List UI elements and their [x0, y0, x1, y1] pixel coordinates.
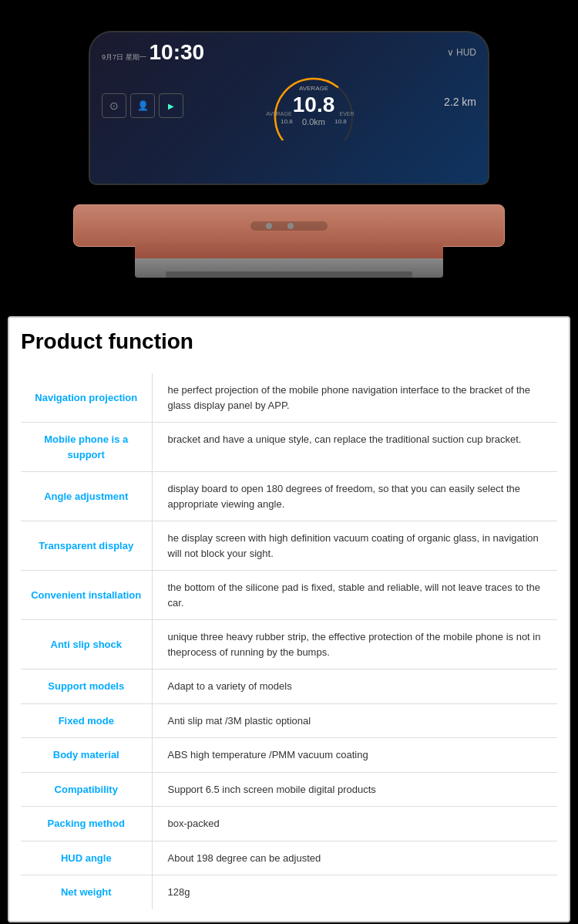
device-stand-bottom — [135, 258, 443, 278]
table-row: Anti slip shockunique three heavy rubber… — [21, 620, 557, 669]
speed-value: 10.8 — [293, 93, 335, 117]
hud-speedometer: AVERAGE 10.8 10.8 AVERAGE EVER 10.8 0.0k… — [199, 71, 428, 140]
row-value: the bottom of the silicone pad is fixed,… — [152, 571, 557, 620]
svg-text:EVER: EVER — [339, 111, 354, 116]
row-label: Transparent display — [21, 521, 152, 571]
hud-time: 10:30 — [150, 40, 205, 65]
table-row: Support modelsAdapt to a variety of mode… — [21, 669, 557, 704]
hud-date: 9月7日 星期一 — [102, 53, 146, 62]
row-value: Support 6.5 inch screen mobile digital p… — [152, 772, 557, 807]
row-value: he display screen with high definition v… — [152, 521, 557, 571]
row-label: Net weight — [21, 875, 152, 909]
distance-label: 2.2 km — [444, 96, 476, 108]
table-row: CompatibilitySupport 6.5 inch screen mob… — [21, 772, 557, 807]
hud-label: ∨ HUD — [447, 47, 476, 58]
table-row: Fixed modeAnti slip mat /3M plastic opti… — [21, 703, 557, 738]
hud-icons: ⊙ 👤 ▶ — [102, 93, 183, 118]
hud-screen: 9月7日 星期一 10:30 ∨ HUD ⊙ 👤 — [89, 31, 489, 185]
row-label: Anti slip shock — [21, 620, 152, 669]
row-label: Compatibility — [21, 772, 152, 807]
row-value: display board to open 180 degrees of fre… — [152, 472, 557, 521]
row-value: he perfect projection of the mobile phon… — [152, 373, 557, 423]
row-label: Body material — [21, 738, 152, 773]
row-label: Fixed mode — [21, 703, 152, 738]
hud-icon-camera: ⊙ — [102, 93, 126, 118]
device-stand-top — [135, 243, 443, 258]
row-label: Support models — [21, 669, 152, 704]
row-value: bracket and have a unique style, can rep… — [152, 423, 557, 472]
table-row: Net weight128g — [21, 875, 557, 909]
device-dot-1 — [266, 223, 272, 229]
svg-text:10.8: 10.8 — [334, 118, 347, 125]
product-title: Product function — [21, 329, 557, 362]
svg-text:10.8: 10.8 — [281, 118, 293, 125]
table-row: Convenient installationthe bottom of the… — [21, 571, 557, 620]
row-label: HUD angle — [21, 841, 152, 875]
device-main-body — [73, 204, 505, 247]
row-label: Navigation projection — [21, 373, 152, 423]
row-value: ABS high temperature /PMM vacuum coating — [152, 738, 557, 773]
hud-device: 9月7日 星期一 10:30 ∨ HUD ⊙ 👤 — [66, 31, 512, 278]
row-value: Anti slip mat /3M plastic optional — [152, 703, 557, 738]
row-value: unique three heavy rubber strip, the eff… — [152, 620, 557, 669]
table-row: HUD angleAbout 198 degree can be adjuste… — [21, 841, 557, 875]
table-row: Mobile phone is a supportbracket and hav… — [21, 423, 557, 472]
row-label: Convenient installation — [21, 571, 152, 620]
device-body — [73, 177, 505, 278]
product-section: Product function Navigation projectionhe… — [8, 316, 570, 922]
odometer: 0.0km — [302, 117, 325, 126]
product-table: Navigation projectionhe perfect projecti… — [21, 373, 557, 909]
table-row: Packing methodbox-packed — [21, 807, 557, 841]
row-value: box-packed — [152, 807, 557, 841]
table-row: Transparent displayhe display screen wit… — [21, 521, 557, 571]
row-label: Packing method — [21, 807, 152, 841]
device-dot-2 — [287, 223, 294, 229]
row-label: Angle adjustment — [21, 472, 152, 521]
device-stand — [135, 243, 443, 278]
hud-icon-nav: ▶ — [159, 93, 183, 118]
row-value: About 198 degree can be adjusted — [152, 841, 557, 875]
hero-section: 9月7日 星期一 10:30 ∨ HUD ⊙ 👤 — [0, 0, 578, 309]
table-row: Body materialABS high temperature /PMM v… — [21, 738, 557, 773]
row-label: Mobile phone is a support — [21, 423, 152, 472]
hud-icon-person: 👤 — [130, 93, 155, 118]
svg-text:AVERAGE: AVERAGE — [266, 111, 292, 116]
row-value: 128g — [152, 875, 557, 909]
table-row: Angle adjustmentdisplay board to open 18… — [21, 472, 557, 521]
svg-text:AVERAGE: AVERAGE — [299, 85, 328, 92]
table-row: Navigation projectionhe perfect projecti… — [21, 373, 557, 423]
row-value: Adapt to a variety of models — [152, 669, 557, 704]
